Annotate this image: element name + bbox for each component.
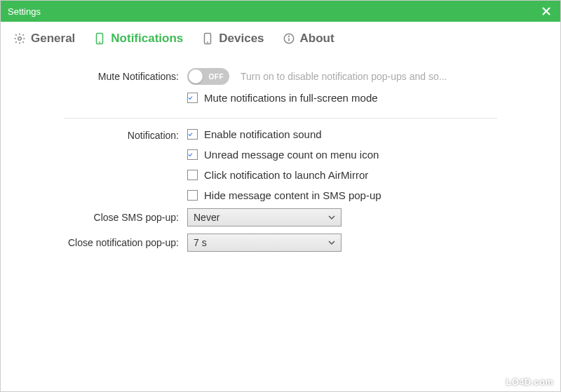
close-sms-value: Never xyxy=(194,212,219,223)
mute-hint: Turn on to disable notification pop-ups … xyxy=(241,71,447,82)
toggle-knob xyxy=(189,69,203,83)
airmirror-checkbox-label: Click notification to launch AirMirror xyxy=(204,169,368,181)
svg-point-0 xyxy=(18,37,22,41)
close-sms-label: Close SMS pop-up: xyxy=(22,212,187,223)
tab-about[interactable]: About xyxy=(283,32,334,46)
tab-devices-label: Devices xyxy=(219,32,264,46)
tab-general-label: General xyxy=(31,32,75,46)
notification-section-label: Notification: xyxy=(22,128,187,141)
fullscreen-checkbox-label: Mute notifications in full-screen mode xyxy=(204,92,378,104)
notification-options-row: Notification: Enable notification sound … xyxy=(22,128,539,201)
tab-notifications-label: Notifications xyxy=(111,32,183,46)
notification-options-stack: Enable notification sound Unread message… xyxy=(187,128,381,201)
hidecontent-checkbox[interactable]: Hide message content in SMS pop-up xyxy=(187,189,381,201)
tab-general[interactable]: General xyxy=(13,32,75,46)
unread-checkbox-label: Unread message count on menu icon xyxy=(204,149,379,161)
settings-window: Settings General Notifications Devices xyxy=(0,0,561,392)
toggle-state-label: OFF xyxy=(209,73,224,81)
checkbox-box xyxy=(187,190,198,201)
device-icon xyxy=(201,32,214,45)
content-area: Mute Notifications: OFF Turn on to disab… xyxy=(1,54,560,252)
close-sms-row: Close SMS pop-up: Never xyxy=(22,208,539,227)
checkbox-box xyxy=(187,149,198,160)
titlebar: Settings xyxy=(1,1,560,22)
sound-checkbox[interactable]: Enable notification sound xyxy=(187,128,381,140)
watermark: LO4D.com xyxy=(506,377,553,387)
chevron-down-icon xyxy=(328,239,335,246)
section-divider xyxy=(64,118,497,119)
svg-point-4 xyxy=(208,42,208,43)
svg-point-2 xyxy=(100,42,100,43)
mute-row: Mute Notifications: OFF Turn on to disab… xyxy=(22,68,539,85)
checkbox-box xyxy=(187,93,198,103)
fullscreen-checkbox[interactable]: Mute notifications in full-screen mode xyxy=(187,92,378,104)
tab-about-label: About xyxy=(300,32,334,46)
airmirror-checkbox[interactable]: Click notification to launch AirMirror xyxy=(187,169,381,181)
checkbox-box xyxy=(187,129,198,140)
chevron-down-icon xyxy=(328,214,335,221)
checkbox-box xyxy=(187,170,198,180)
sound-checkbox-label: Enable notification sound xyxy=(204,128,322,140)
check-icon xyxy=(188,93,193,102)
close-sms-select[interactable]: Never xyxy=(187,208,342,227)
check-icon xyxy=(188,150,193,159)
close-notification-row: Close notification pop-up: 7 s xyxy=(22,234,539,252)
unread-checkbox[interactable]: Unread message count on menu icon xyxy=(187,149,381,161)
tab-notifications[interactable]: Notifications xyxy=(93,32,183,46)
close-notification-value: 7 s xyxy=(194,237,207,248)
phone-icon xyxy=(93,32,106,45)
svg-point-7 xyxy=(288,36,289,36)
mute-label: Mute Notifications: xyxy=(22,71,187,82)
close-icon xyxy=(542,7,550,15)
fullscreen-row: Mute notifications in full-screen mode xyxy=(22,92,539,104)
mute-toggle[interactable]: OFF xyxy=(187,68,229,85)
check-icon xyxy=(188,130,193,139)
tabs-bar: General Notifications Devices About xyxy=(1,22,560,54)
close-notification-select[interactable]: 7 s xyxy=(187,234,342,252)
close-notification-label: Close notification pop-up: xyxy=(22,237,187,248)
hidecontent-checkbox-label: Hide message content in SMS pop-up xyxy=(204,189,381,201)
info-icon xyxy=(283,32,295,45)
tab-devices[interactable]: Devices xyxy=(201,32,264,46)
window-title: Settings xyxy=(8,6,41,17)
gear-icon xyxy=(13,32,26,45)
close-button[interactable] xyxy=(539,4,553,18)
